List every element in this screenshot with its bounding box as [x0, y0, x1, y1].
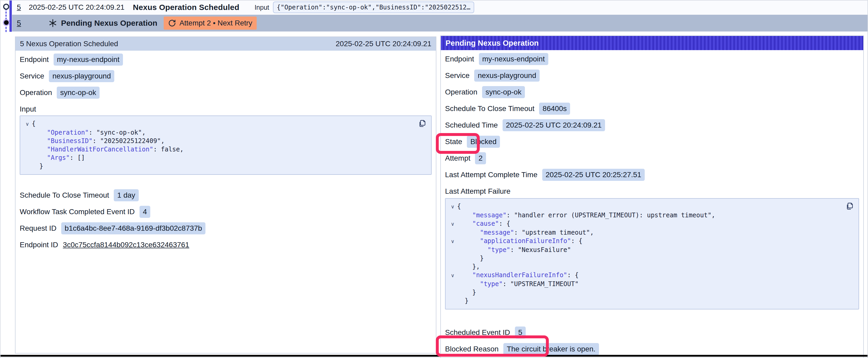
- last-attempt-complete-time-label: Last Attempt Complete Time: [445, 171, 537, 179]
- copy-icon[interactable]: [845, 202, 854, 211]
- scheduled-event-id-value: 5: [515, 326, 526, 338]
- code-line-text: {: [32, 120, 35, 128]
- chevron-down-icon: [23, 154, 32, 162]
- field-operation: Operation sync-op-ok: [20, 87, 432, 98]
- pending-panel-title: Pending Nexus Operation: [445, 39, 539, 47]
- operation-value: sync-op-ok: [57, 87, 99, 99]
- attempt-retry-label: Attempt 2 • Next Retry: [180, 19, 252, 27]
- event-timestamp: 2025-02-25 UTC 20:24:09.21: [29, 3, 125, 11]
- field-schedule-to-close-timeout: Schedule To Close Timeout 1 day: [20, 190, 432, 201]
- chevron-down-icon: [448, 246, 457, 254]
- chevron-down-icon[interactable]: ∨: [448, 202, 457, 211]
- request-id-label: Request ID: [20, 224, 57, 232]
- pending-operation-title: Pending Nexus Operation: [61, 19, 157, 28]
- blocked-reason-label: Blocked Reason: [445, 345, 499, 353]
- field-input-label: Input: [20, 103, 432, 115]
- field-scheduled-event-id: Scheduled Event ID 5: [445, 327, 859, 338]
- input-json-viewer: ∨{ "Operation": "sync-op-ok", "BusinessI…: [20, 116, 432, 175]
- timeline-event-marker-open[interactable]: [3, 4, 9, 10]
- chevron-down-icon: [448, 297, 457, 305]
- event-input-label: Input: [254, 4, 269, 11]
- pending-operation-detail-panel: Pending Nexus Operation Endpoint my-nexu…: [440, 35, 864, 358]
- chevron-down-icon[interactable]: ∨: [23, 120, 32, 128]
- schedule-to-close-timeout-label: Schedule To Close Timeout: [20, 191, 109, 199]
- field-last-attempt-failure-label: Last Attempt Failure: [445, 186, 859, 197]
- rotate-cw-icon: [168, 19, 176, 27]
- code-line-text: "Args": []: [32, 154, 85, 162]
- scheduled-panel-timestamp: 2025-02-25 UTC 20:24:09.21: [336, 40, 431, 48]
- state-label: State: [445, 137, 462, 146]
- schedule-to-close-timeout-value: 86400s: [539, 103, 570, 115]
- schedule-to-close-timeout-value: 1 day: [114, 189, 139, 201]
- field-endpoint-id: Endpoint ID 3c0c75ccfa8144b092c13ce63246…: [20, 239, 432, 251]
- code-line-text: "HandlerWaitForCancellation": false,: [32, 145, 184, 154]
- event-row-nexus-operation-scheduled[interactable]: 5 2025-02-25 UTC 20:24:09.21 Nexus Opera…: [12, 1, 867, 14]
- field-schedule-to-close-timeout: Schedule To Close Timeout 86400s: [445, 103, 859, 115]
- code-line-text: }: [457, 288, 476, 297]
- field-state: State Blocked: [445, 136, 859, 148]
- state-value: Blocked: [467, 136, 500, 148]
- field-operation: Operation sync-op-ok: [445, 86, 859, 98]
- attempt-label: Attempt: [445, 154, 470, 162]
- chevron-down-icon: [23, 145, 32, 154]
- scheduled-time-value: 2025-02-25 UTC 20:24:09.21: [502, 119, 605, 131]
- code-line-text: "cause": {: [457, 220, 510, 228]
- blocked-reason-value: The circuit breaker is open.: [503, 343, 599, 355]
- chevron-down-icon[interactable]: ∨: [448, 271, 457, 280]
- code-line-text: "message": "handler error (UPSTREAM_TIME…: [457, 211, 715, 220]
- chevron-down-icon[interactable]: ∨: [448, 237, 457, 246]
- bottom-divider: [0, 355, 868, 357]
- endpoint-id-label: Endpoint ID: [20, 241, 58, 249]
- chevron-down-icon[interactable]: ∨: [448, 220, 457, 228]
- copy-icon[interactable]: [418, 119, 427, 129]
- code-line-text: }: [457, 254, 484, 262]
- service-value: nexus-playground: [474, 70, 539, 82]
- code-line-text: {: [457, 202, 461, 211]
- endpoint-value: my-nexus-endpoint: [54, 54, 123, 66]
- endpoint-value: my-nexus-endpoint: [479, 53, 548, 65]
- asterisk-icon: [48, 19, 57, 28]
- event-detail-panel-scheduled: 5 Nexus Operation Scheduled 2025-02-25 U…: [15, 36, 436, 354]
- input-label: Input: [20, 105, 36, 113]
- scheduled-event-id-label: Scheduled Event ID: [445, 328, 510, 337]
- field-service: Service nexus-playground: [20, 70, 432, 82]
- pending-panel-header: Pending Nexus Operation: [441, 36, 863, 50]
- event-input-preview[interactable]: {"Operation":"sync-op-ok","BusinessID":"…: [273, 2, 474, 13]
- field-workflow-task-completed-event-id: Workflow Task Completed Event ID 4: [20, 206, 432, 218]
- operation-value: sync-op-ok: [482, 86, 525, 98]
- workflow-task-completed-event-id-value: 4: [140, 206, 151, 218]
- schedule-to-close-timeout-label: Schedule To Close Timeout: [445, 104, 534, 113]
- operation-label: Operation: [445, 88, 477, 96]
- field-blocked-reason: Blocked Reason The circuit breaker is op…: [445, 343, 859, 355]
- field-last-attempt-complete-time: Last Attempt Complete Time 2025-02-25 UT…: [445, 169, 859, 181]
- timeline-event-marker-filled[interactable]: [4, 20, 9, 25]
- attempt-value: 2: [475, 152, 486, 164]
- pending-operation-row[interactable]: 5 Pending Nexus Operation Attempt 2 • Ne…: [12, 15, 867, 32]
- chevron-down-icon: [448, 280, 457, 288]
- event-id-link[interactable]: 5: [17, 3, 21, 11]
- code-line-text: "message": "upstream timeout",: [457, 228, 594, 237]
- attempt-retry-badge: Attempt 2 • Next Retry: [164, 17, 257, 30]
- chevron-down-icon: [448, 254, 457, 262]
- code-line-text: },: [457, 262, 480, 271]
- code-line-text: "Operation": "sync-op-ok",: [32, 128, 146, 137]
- chevron-down-icon: [448, 262, 457, 271]
- code-line-text: "nexusHandlerFailureInfo": {: [457, 271, 579, 280]
- code-line-text: }: [32, 162, 43, 170]
- timeline-active-bar: [9, 1, 12, 32]
- pending-event-id-link[interactable]: 5: [17, 19, 21, 28]
- failure-json-viewer: ∨{ "message": "handler error (UPSTREAM_T…: [445, 198, 859, 310]
- code-line-text: "type": "NexusFailure": [457, 246, 571, 254]
- field-scheduled-time: Scheduled Time 2025-02-25 UTC 20:24:09.2…: [445, 120, 859, 131]
- endpoint-label: Endpoint: [20, 55, 49, 64]
- chevron-down-icon: [448, 288, 457, 297]
- request-id-value: b1c6a4bc-8ee7-468a-9169-df3b02c8737b: [61, 222, 206, 234]
- code-line-text: "applicationFailureInfo": {: [457, 237, 583, 246]
- scheduled-panel-title: 5 Nexus Operation Scheduled: [20, 40, 118, 48]
- code-line-text: "type": "UPSTREAM_TIMEOUT": [457, 280, 579, 288]
- endpoint-id-link[interactable]: 3c0c75ccfa8144b092c13ce632463761: [63, 241, 189, 249]
- service-label: Service: [445, 71, 469, 80]
- chevron-down-icon: [448, 228, 457, 237]
- service-label: Service: [20, 72, 44, 80]
- chevron-down-icon: [448, 211, 457, 220]
